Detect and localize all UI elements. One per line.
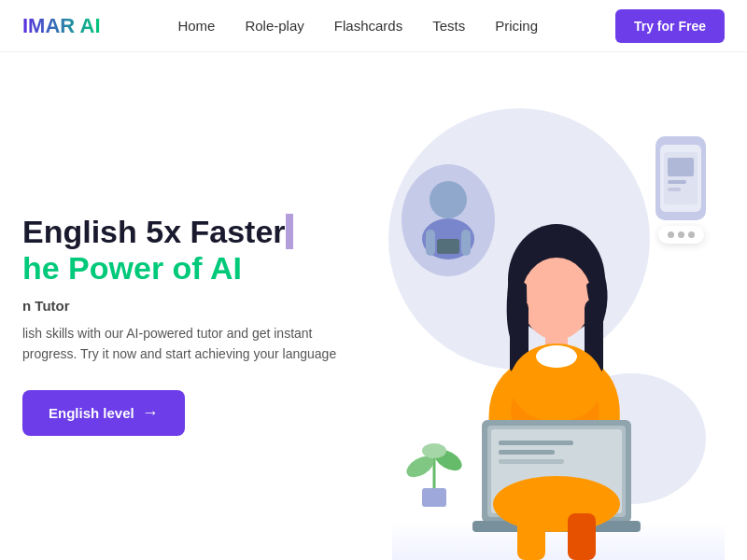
svg-rect-33: [568, 513, 596, 560]
svg-point-4: [430, 181, 467, 218]
hero-section: English 5x Faster he Power of AI n Tutor…: [0, 52, 747, 560]
plant-svg: [402, 434, 467, 509]
nav-roleplay[interactable]: Role-play: [245, 18, 303, 34]
svg-rect-1: [668, 158, 694, 176]
person-avatar-bubble: [402, 164, 495, 276]
svg-rect-8: [437, 239, 459, 254]
svg-point-31: [493, 476, 620, 532]
nav-flashcards[interactable]: Flashcards: [334, 18, 402, 34]
person-avatar-svg: [402, 164, 495, 276]
cta-label: English level: [49, 405, 134, 421]
cta-button[interactable]: English level →: [22, 390, 185, 436]
svg-rect-29: [499, 459, 564, 464]
title-text-1: English 5x Faster: [22, 214, 286, 249]
phone-screen: [660, 145, 701, 212]
hero-title-line2: he Power of AI: [22, 250, 392, 287]
highlight-faster: [286, 214, 293, 249]
hero-title-line1: English 5x Faster: [22, 214, 392, 250]
phone-illustration: [655, 136, 706, 244]
svg-rect-28: [499, 450, 555, 455]
nav-home[interactable]: Home: [177, 18, 215, 34]
hero-illustration: [392, 90, 725, 560]
chat-dot-3: [688, 231, 695, 238]
svg-point-15: [521, 258, 592, 340]
svg-rect-3: [668, 188, 681, 191]
navbar: IMAR AI Home Role-play Flashcards Tests …: [0, 0, 747, 52]
svg-rect-6: [426, 230, 435, 256]
svg-rect-32: [517, 513, 545, 560]
cta-arrow-icon: →: [142, 403, 159, 423]
svg-rect-9: [422, 488, 446, 507]
chat-dot-1: [668, 231, 674, 238]
chat-bubble: [658, 226, 704, 244]
title-text-2: he Power of AI: [22, 250, 242, 286]
svg-rect-7: [461, 230, 471, 256]
phone-icon: [655, 136, 706, 220]
svg-rect-27: [499, 441, 573, 445]
svg-point-13: [422, 443, 446, 458]
nav-pricing[interactable]: Pricing: [495, 18, 538, 34]
chat-dot-2: [678, 231, 684, 238]
logo: IMAR AI: [22, 14, 101, 38]
svg-rect-2: [668, 180, 686, 184]
svg-point-21: [536, 345, 577, 368]
nav-links: Home Role-play Flashcards Tests Pricing: [177, 18, 538, 35]
hero-subtitle: n Tutor: [22, 298, 392, 314]
hero-description: lish skills with our AI-powered tutor an…: [22, 323, 340, 365]
hero-content: English 5x Faster he Power of AI n Tutor…: [0, 214, 392, 437]
try-free-button[interactable]: Try for Free: [615, 9, 725, 43]
nav-tests[interactable]: Tests: [432, 18, 465, 34]
plant-decoration: [402, 434, 467, 509]
